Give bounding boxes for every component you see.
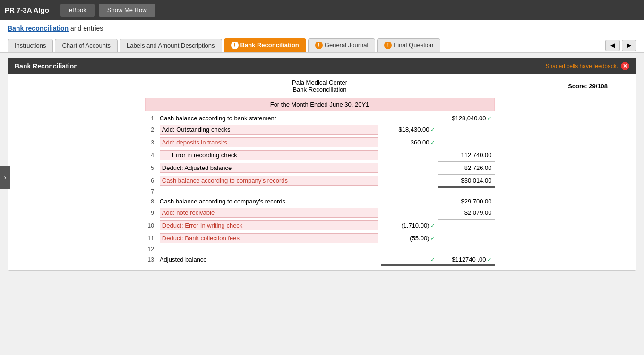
row-label: Deduct: Error In writing check [157, 219, 381, 232]
show-me-how-button[interactable]: Show Me How [99, 4, 155, 17]
tab-bank-reconciliation[interactable]: Bank Reconciliation [224, 38, 306, 52]
table-row: 2 Add: Outstanding checks $18,430.00✓ [145, 123, 495, 136]
row-num: 4 [145, 149, 157, 161]
row-num: 5 [145, 161, 157, 174]
table-row: 3 Add: deposits in transits 360.00✓ [145, 136, 495, 149]
section-panel: Bank Reconciliation Shaded cells have fe… [8, 58, 636, 271]
row-label: Cash balance according to company's reco… [157, 196, 381, 206]
doc-title: Bank Reconciliation [292, 86, 347, 93]
tab-chart-of-accounts[interactable]: Chart of Accounts [55, 39, 118, 52]
row-label: Add: deposits in transits [157, 136, 381, 149]
row-label: Add: note recivable [157, 206, 381, 219]
row-num: 8 [145, 196, 157, 206]
tab-final-question[interactable]: Final Question [377, 38, 440, 52]
amount-col2: 82,726.00 [438, 161, 495, 174]
row-num: 7 [145, 187, 157, 196]
tab-bar: Instructions Chart of Accounts Labels an… [0, 34, 644, 53]
row-label: Adjusted balance [157, 254, 381, 265]
amount-col1: (55.00)✓ [381, 232, 438, 245]
table-row: 10 Deduct: Error In writing check (1,710… [145, 219, 495, 232]
row-num: 1 [145, 113, 157, 123]
table-row: 9 Add: note recivable $2,079.00 [145, 206, 495, 219]
amount-col1: ✓ [381, 254, 438, 265]
amount-col2: $29,700.00 [438, 196, 495, 206]
check-icon: ✓ [487, 256, 492, 263]
amount-col2: $2,079.00 [438, 206, 495, 219]
table-row: 5 Deduct: Adjusted balance 82,726.00 [145, 161, 495, 174]
amount-col2: $128,040.00✓ [438, 113, 495, 123]
row-num: 6 [145, 174, 157, 187]
page-header-suffix: and entries [69, 25, 103, 32]
section-header: Bank Reconciliation Shaded cells have fe… [8, 58, 636, 74]
recon-title-block: Pala Medical Center Bank Reconciliation [292, 79, 347, 93]
amount-col1 [381, 113, 438, 123]
table-row: 6 Cash balance according to company's re… [145, 174, 495, 187]
row-num: 2 [145, 123, 157, 136]
feedback-note: Shaded cells have feedback. [546, 63, 618, 69]
row-num: 12 [145, 245, 157, 254]
amount-col1: 360.00✓ [381, 136, 438, 149]
close-feedback-button[interactable]: ✕ [621, 62, 629, 70]
row-num: 11 [145, 232, 157, 245]
row-label: Error in recording check [157, 149, 381, 161]
table-row: 1 Cash balance according to bank stateme… [145, 113, 495, 123]
bank-reconciliation-link[interactable]: Bank reconciliation [8, 25, 69, 32]
row-num: 13 [145, 254, 157, 265]
amount-col1 [381, 196, 438, 206]
row-num: 10 [145, 219, 157, 232]
amount-col2: $112740 .00✓ [438, 254, 495, 265]
tab-instructions[interactable]: Instructions [8, 39, 53, 52]
row-label: Add: Outstanding checks [157, 123, 381, 136]
amount-col1: (1,710.00)✓ [381, 219, 438, 232]
top-bar: PR 7-3A Algo eBook Show Me How [0, 0, 644, 20]
ebook-button[interactable]: eBook [60, 4, 95, 17]
tab-prev-button[interactable]: ◀ [605, 40, 620, 51]
row-num: 3 [145, 136, 157, 149]
check-icon: ✓ [430, 235, 435, 242]
table-row: 11 Deduct: Bank collection fees (55.00)✓ [145, 232, 495, 245]
recon-table: 1 Cash balance according to bank stateme… [145, 113, 495, 266]
check-icon: ✓ [487, 115, 492, 122]
amount-col1 [381, 161, 438, 174]
amount-col1 [381, 206, 438, 219]
app-title: PR 7-3A Algo [5, 6, 49, 14]
amount-col1: $18,430.00✓ [381, 123, 438, 136]
score-label: Score: 29/108 [568, 83, 608, 90]
page-header: Bank reconciliation and entries [0, 20, 644, 34]
check-icon: ✓ [430, 256, 435, 263]
check-icon: ✓ [430, 127, 435, 133]
amount-col2 [438, 123, 495, 136]
amount-col1 [381, 174, 438, 187]
amount-col2: $30,014.00 [438, 174, 495, 187]
amount-col2: 112,740.00 [438, 149, 495, 161]
amount-col2 [438, 136, 495, 149]
recon-scroll-container[interactable]: Score: 29/108 Pala Medical Center Bank R… [8, 74, 636, 270]
check-icon: ✓ [430, 139, 435, 146]
row-label: Cash balance according to bank statement [157, 113, 381, 123]
amount-col1 [381, 149, 438, 161]
row-label: Cash balance according to company's reco… [157, 174, 381, 187]
table-row: 13 Adjusted balance ✓ $112740 .00✓ [145, 254, 495, 265]
table-row-spacer: 7 [145, 187, 495, 196]
period-row: For the Month Ended June 30, 20Y1 [145, 98, 495, 111]
recon-body: Score: 29/108 Pala Medical Center Bank R… [8, 74, 636, 270]
tab-next-button[interactable]: ▶ [622, 40, 636, 51]
amount-col2 [438, 219, 495, 232]
table-row: 8 Cash balance according to company's re… [145, 196, 495, 206]
row-label: Deduct: Bank collection fees [157, 232, 381, 245]
company-name: Pala Medical Center [292, 79, 347, 86]
section-title: Bank Reconciliation [15, 62, 78, 70]
row-label: Deduct: Adjusted balance [157, 161, 381, 174]
check-icon: ✓ [430, 222, 435, 229]
collapse-arrow[interactable]: › [0, 166, 10, 189]
tab-general-journal[interactable]: General Journal [308, 38, 376, 52]
table-row: 4 Error in recording check 112,740.00 [145, 149, 495, 161]
table-row-spacer: 12 [145, 245, 495, 254]
row-num: 9 [145, 206, 157, 219]
tab-labels-amount[interactable]: Labels and Amount Descriptions [120, 39, 222, 52]
main-content: Bank Reconciliation Shaded cells have fe… [0, 53, 644, 276]
amount-col2 [438, 232, 495, 245]
